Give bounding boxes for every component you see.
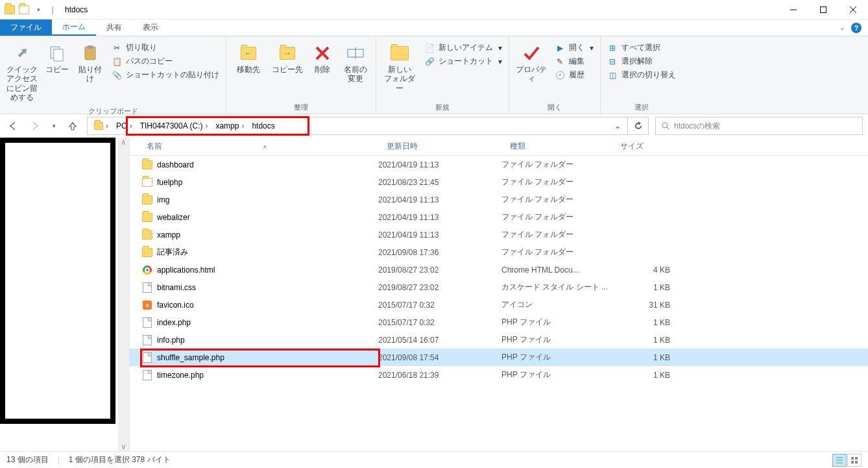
tab-share[interactable]: 共有 xyxy=(96,19,132,36)
file-row[interactable]: webalizer2021/04/19 11:13ファイル フォルダー xyxy=(130,208,868,226)
file-type: ファイル フォルダー xyxy=(501,194,612,205)
file-size: 31 KB xyxy=(612,301,677,310)
new-shortcut-button[interactable]: 🔗ショートカット▾ xyxy=(422,55,505,68)
file-date: 2015/07/17 0:32 xyxy=(378,301,501,310)
new-folder-button[interactable]: 新しい フォルダー xyxy=(380,40,419,95)
col-type[interactable]: 種類 xyxy=(505,141,615,152)
file-row[interactable]: 記事済み2021/09/08 17:36ファイル フォルダー xyxy=(130,243,868,261)
file-list-pane: 名前∧ 更新日時 種類 サイズ dashboard2021/04/19 11:1… xyxy=(130,138,868,451)
select-all-button[interactable]: ⊞すべて選択 xyxy=(605,42,679,54)
xampp-icon: x xyxy=(141,299,153,311)
properties-button[interactable]: プロパティ xyxy=(513,40,549,86)
status-item-count: 13 個の項目 xyxy=(6,454,49,465)
deselect-icon: ⊟ xyxy=(607,56,618,67)
recent-dropdown[interactable]: ▾ xyxy=(49,118,58,134)
new-item-button[interactable]: 📄新しいアイテム▾ xyxy=(422,42,505,54)
column-headers[interactable]: 名前∧ 更新日時 種類 サイズ xyxy=(130,138,868,156)
back-button[interactable] xyxy=(5,118,21,134)
file-row[interactable]: bitnami.css2019/08/27 23:02カスケード スタイル シー… xyxy=(130,278,868,296)
search-icon xyxy=(661,121,670,130)
pin-quick-access-button[interactable]: クイック アクセス にピン留めする xyxy=(4,40,40,105)
crumb-htdocs[interactable]: htdocs xyxy=(248,117,278,134)
icons-view-button[interactable] xyxy=(847,454,862,467)
help-icon[interactable]: ? xyxy=(851,23,862,33)
close-button[interactable] xyxy=(838,0,868,19)
file-date: 2021/04/19 11:13 xyxy=(378,160,501,169)
details-view-button[interactable] xyxy=(832,454,847,467)
crumb-drive[interactable]: TIH0447300A (C:)› xyxy=(136,117,212,134)
copy-to-button[interactable]: →コピー先 xyxy=(269,40,306,77)
col-name[interactable]: 名前∧ xyxy=(141,141,381,152)
edit-button[interactable]: ✎編集 xyxy=(552,55,596,68)
folder-icon xyxy=(141,247,153,258)
file-row[interactable]: timezone.php2021/06/18 21:39PHP ファイル1 KB xyxy=(130,366,868,384)
crumb-fork-icon[interactable]: › xyxy=(90,117,112,134)
group-label-organize: 整理 xyxy=(230,101,372,114)
ribbon-group-select: ⊞すべて選択 ⊟選択解除 ◫選択の切り替え 選択 xyxy=(601,36,682,114)
refresh-button[interactable] xyxy=(628,117,649,135)
crumb-pc[interactable]: PC› xyxy=(112,117,136,134)
title-bar: ▾ | htdocs xyxy=(0,0,868,19)
crumb-xampp[interactable]: xampp› xyxy=(211,117,248,134)
history-button[interactable]: 🕘履歴 xyxy=(552,69,596,81)
file-row[interactable]: fuelphp2021/08/23 21:45ファイル フォルダー xyxy=(130,173,868,191)
open-button[interactable]: ▶開く▾ xyxy=(552,42,596,54)
paste-button[interactable]: 貼り付け xyxy=(74,40,106,86)
navigation-pane[interactable]: ∧∨ xyxy=(0,138,130,451)
delete-icon xyxy=(312,43,333,64)
rename-button[interactable]: 名前の 変更 xyxy=(339,40,372,86)
navpane-scrollbar[interactable]: ∧∨ xyxy=(118,138,129,451)
move-to-button[interactable]: ←移動先 xyxy=(230,40,267,77)
file-row[interactable]: info.php2021/05/14 16:07PHP ファイル1 KB xyxy=(130,331,868,349)
file-row[interactable]: img2021/04/19 11:13ファイル フォルダー xyxy=(130,191,868,208)
maximize-button[interactable] xyxy=(808,0,838,19)
group-label-select: 選択 xyxy=(605,101,679,114)
deselect-button[interactable]: ⊟選択解除 xyxy=(605,55,679,68)
file-row[interactable]: index.php2015/07/17 0:32PHP ファイル1 KB xyxy=(130,314,868,331)
search-box[interactable]: htdocsの検索 xyxy=(655,117,863,135)
delete-button[interactable]: 削除 xyxy=(308,40,337,77)
select-all-icon: ⊞ xyxy=(607,43,618,53)
paste-shortcut-button[interactable]: 📎ショートカットの貼り付け xyxy=(109,69,222,81)
copy-path-button[interactable]: 📋パスのコピー xyxy=(109,55,222,68)
file-type: Chrome HTML Docu... xyxy=(501,265,612,275)
ribbon-tabs: ファイル ホーム 共有 表示 ⌄ ? xyxy=(0,19,868,36)
qat-dropdown-icon[interactable]: ▾ xyxy=(31,3,45,17)
search-placeholder: htdocsの検索 xyxy=(674,121,720,132)
file-type: ファイル フォルダー xyxy=(501,159,612,170)
folder-icon xyxy=(141,177,153,188)
file-size: 1 KB xyxy=(612,283,677,292)
tab-file[interactable]: ファイル xyxy=(0,19,52,36)
tab-home[interactable]: ホーム xyxy=(52,19,96,36)
file-row[interactable]: applications.html2019/08/27 23:02Chrome … xyxy=(130,261,868,278)
copy-button[interactable]: コピー xyxy=(43,40,71,77)
sort-up-icon: ∧ xyxy=(263,143,267,150)
paste-icon xyxy=(80,43,101,64)
invert-selection-button[interactable]: ◫選択の切り替え xyxy=(605,69,679,81)
address-dropdown-icon[interactable]: ⌄ xyxy=(610,121,625,130)
file-row[interactable]: xfavicon.ico2015/07/17 0:32アイコン31 KB xyxy=(130,296,868,314)
ribbon-collapse-icon[interactable]: ⌄ xyxy=(839,24,845,31)
group-label-open: 開く xyxy=(513,101,596,114)
minimize-button[interactable] xyxy=(778,0,808,19)
col-size[interactable]: サイズ xyxy=(615,141,680,152)
file-row[interactable]: xampp2021/04/19 11:13ファイル フォルダー xyxy=(130,226,868,243)
cut-button[interactable]: ✂切り取り xyxy=(109,42,222,54)
file-row[interactable]: shuffle_sample.php2021/09/08 17:54PHP ファ… xyxy=(130,349,868,366)
ribbon-group-open: プロパティ ▶開く▾ ✎編集 🕘履歴 開く xyxy=(509,36,601,114)
file-row[interactable]: dashboard2021/04/19 11:13ファイル フォルダー xyxy=(130,156,868,173)
address-bar[interactable]: › PC› TIH0447300A (C:)› xampp› htdocs ⌄ xyxy=(87,117,628,135)
col-date[interactable]: 更新日時 xyxy=(381,141,505,152)
file-name: applications.html xyxy=(157,265,215,275)
file-name: fuelphp xyxy=(157,178,182,187)
svg-point-12 xyxy=(662,123,668,128)
window-title: htdocs xyxy=(65,5,88,14)
ribbon: クイック アクセス にピン留めする コピー 貼り付け ✂切り取り 📋パスのコピー… xyxy=(0,36,868,114)
folder-icon xyxy=(141,229,153,241)
body-split: ∧∨ 名前∧ 更新日時 種類 サイズ dashboard2021/04/19 1… xyxy=(0,138,868,451)
file-date: 2021/05/14 16:07 xyxy=(378,336,501,345)
up-button[interactable] xyxy=(65,118,80,134)
tab-view[interactable]: 表示 xyxy=(132,19,169,36)
file-date: 2021/04/19 11:13 xyxy=(378,195,501,204)
forward-button[interactable] xyxy=(27,118,43,134)
